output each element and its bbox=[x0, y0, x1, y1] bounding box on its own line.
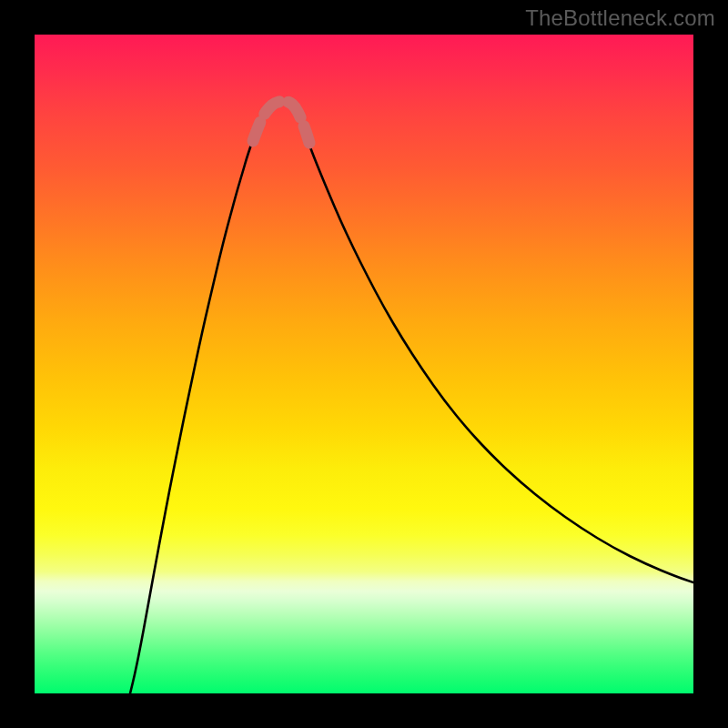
highlight-segment bbox=[253, 101, 309, 143]
main-curve-right bbox=[304, 130, 693, 582]
main-curve-left bbox=[130, 129, 257, 693]
watermark-text: TheBottleneck.com bbox=[525, 5, 715, 31]
curve-layer bbox=[35, 35, 693, 693]
chart-frame: TheBottleneck.com bbox=[0, 0, 728, 728]
plot-area bbox=[35, 35, 693, 693]
